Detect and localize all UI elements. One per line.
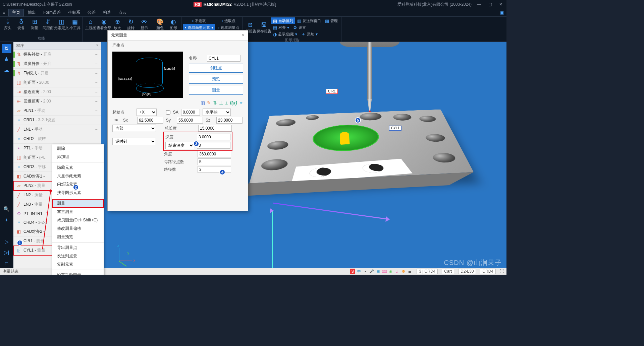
dialog-close-icon[interactable]: ×	[242, 32, 245, 38]
tree-item-CRD1[interactable]: ⌖CRD1 - 3-2-1设置	[13, 116, 101, 125]
btn-elemdef[interactable]: ◫元素定义	[55, 17, 68, 31]
btn-add[interactable]: ＋添加▾	[299, 31, 320, 38]
btn-mainview[interactable]: ⌂主视图	[84, 17, 97, 31]
btn-settings[interactable]: ⚙设置	[291, 24, 308, 31]
btn-selectpoint[interactable]: ▫选取点	[216, 17, 241, 24]
minimize-button[interactable]: —	[476, 2, 482, 7]
ctx-隐藏元素[interactable]: 隐藏元素	[52, 163, 104, 172]
status-cart[interactable]: Cart	[442, 269, 454, 274]
btn-showhide[interactable]: ◑显示/隐藏▾	[271, 31, 299, 38]
sa-input[interactable]	[181, 109, 200, 116]
ctx-修改测量偏移[interactable]: 修改测量偏移	[52, 224, 104, 233]
btn-tools[interactable]: ▦小工具	[68, 17, 81, 31]
tree-item-PLN1[interactable]: ▱PLN1 - 手动⋯	[13, 106, 101, 116]
sx-input[interactable]	[137, 117, 163, 124]
context-menu[interactable]: 删除添加组隐藏元素只显示此元素闪烁该元素搜寻图形元素测量重置测量拷贝测量(Ctr…	[52, 144, 104, 275]
menu-construct[interactable]: 构造	[100, 9, 114, 16]
btn-device[interactable]: ♁设备	[15, 17, 28, 31]
tree-item-探头补偿[interactable]: ⇅探头补偿 - 开启⋯	[13, 50, 101, 59]
btn-align[interactable]: ▤对齐▾	[271, 24, 291, 31]
status-expand-icon[interactable]: ⛶	[500, 269, 504, 274]
ctx-测量[interactable]: 测量	[52, 199, 104, 208]
measure-button[interactable]: 测量	[189, 86, 243, 95]
enddepth-input[interactable]	[197, 142, 230, 149]
ctx-复制元素[interactable]: 复制元素	[52, 260, 104, 269]
btn-zoom[interactable]: ⊕放大	[111, 17, 124, 31]
btn-probe[interactable]: ⇣探头	[1, 17, 14, 31]
ctx-只显示此元素[interactable]: 只显示此元素	[52, 172, 104, 180]
depth-input[interactable]	[197, 134, 230, 140]
tree-close-icon[interactable]: ×	[96, 43, 99, 49]
enddepth-select[interactable]: 结束深度	[165, 142, 194, 149]
tree-item-CRD2[interactable]: ⌖CRD2 - 旋转	[13, 134, 101, 144]
leftbar-tree-icon[interactable]: ⇅	[2, 44, 11, 53]
ctx-导出测量点[interactable]: 导出测量点	[52, 244, 104, 252]
start-axis-select[interactable]: +X	[137, 109, 157, 116]
plane-select[interactable]: 水平的	[203, 109, 231, 116]
leftbar-flow-icon[interactable]: ⋔	[2, 55, 11, 64]
menu-output[interactable]: 输出	[24, 9, 39, 16]
tool-icon[interactable]: ⇅	[213, 100, 217, 106]
btn-noselect[interactable]: ▫不选取	[183, 17, 215, 24]
btn-sendwin[interactable]: ▥发送到窗口	[295, 17, 323, 24]
btn-manage[interactable]: ▦管理	[323, 17, 340, 24]
menu-form[interactable]: Form误差	[40, 9, 64, 16]
btn-rotate[interactable]: ↻旋转	[124, 17, 137, 31]
btn-selectmeaspt[interactable]: ▫选取测量点	[216, 24, 241, 31]
btn-clearance[interactable]: ⇵间距面	[42, 17, 54, 31]
inner-select[interactable]: 内部	[112, 125, 156, 132]
name-input[interactable]	[207, 55, 240, 62]
btn-selectface[interactable]: ▪选取面型元素▾	[183, 24, 215, 31]
status-probe[interactable]: D2-L30	[458, 269, 476, 274]
btn-display[interactable]: 👁显示	[138, 17, 151, 31]
tool-icon[interactable]: ⚭	[239, 100, 243, 106]
menu-home[interactable]: 主页	[8, 9, 24, 16]
tool-icon[interactable]: ⊥	[219, 100, 223, 106]
eye-icon[interactable]: 👁	[112, 118, 120, 123]
hamburger-icon[interactable]: ≡	[3, 10, 5, 15]
sa-checkbox[interactable]	[166, 110, 170, 115]
sz-input[interactable]	[216, 117, 243, 124]
ctx-重置测量[interactable]: 重置测量	[52, 208, 104, 216]
leftbar-stop-icon[interactable]: □	[2, 259, 11, 268]
tool-icon[interactable]: ▥	[201, 100, 205, 106]
measure-dialog[interactable]: 元素测量 × 产生点 [Length] [Sx,Sy,Sz] [Angle] 名…	[107, 30, 248, 211]
ctx-发送到点云[interactable]: 发送到点云	[52, 252, 104, 260]
ctx-添加组[interactable]: 添加组	[52, 153, 104, 161]
btn-measure[interactable]: ⊞测量	[28, 17, 41, 31]
paths-input[interactable]	[198, 166, 231, 173]
menu-cloud[interactable]: 点云	[115, 9, 130, 16]
leftbar-cloud-icon[interactable]: ☁	[2, 65, 11, 75]
tree-item-间距面[interactable]: ⟦⟧间距面 - 20.00⋯	[13, 78, 101, 87]
status-crd[interactable]: 3 | CRD4	[417, 269, 438, 274]
menu-tol[interactable]: 公差	[84, 9, 99, 16]
btn-autoalign[interactable]: ▤自动排列	[271, 17, 295, 24]
ctx-拷贝测量(Ctrl+Shift+C)[interactable]: 拷贝测量(Ctrl+Shift+C)	[52, 216, 104, 224]
tree-item-接近距离[interactable]: ⇥接近距离 - 2.00⋯	[13, 87, 101, 97]
btn-savereport[interactable]: 🖫保存报告	[258, 17, 270, 38]
create-point-button[interactable]: 创建点	[189, 64, 243, 73]
maximize-button[interactable]: ▢	[487, 2, 493, 7]
tool-icon[interactable]: ✎	[207, 100, 211, 106]
total-input[interactable]	[198, 125, 232, 132]
leftbar-skip-icon[interactable]: ▷|	[2, 248, 11, 257]
ctx-测量预览[interactable]: 测量预览	[52, 233, 104, 241]
ime-tray[interactable]: S 中•🎤 ▦⌨ ◉♬ ⚙☰	[350, 269, 413, 274]
close-button[interactable]: ✕	[498, 2, 504, 7]
dialog-titlebar[interactable]: 元素测量 ×	[108, 30, 248, 41]
btn-color[interactable]: 🎨颜色	[154, 17, 166, 31]
dir-select[interactable]: 逆时针	[112, 138, 156, 145]
tree-item-LN1[interactable]: ╱LN1 - 手动⋯	[13, 125, 101, 134]
leftbar-search-icon[interactable]: 🔍	[2, 204, 11, 214]
ctx-搜寻图形元素[interactable]: 搜寻图形元素	[52, 189, 104, 197]
tree-item-回退距离[interactable]: ⇤回退距离 - 2.00⋯	[13, 97, 101, 106]
tree-item-温度补偿[interactable]: ⇅温度补偿 - 开启⋯	[13, 59, 101, 69]
ctx-设置手动测量[interactable]: 设置手动测量	[52, 271, 104, 275]
help-icon[interactable]: ▣	[500, 10, 504, 15]
sy-input[interactable]	[177, 117, 203, 124]
perpath-input[interactable]	[198, 158, 231, 165]
angle-input[interactable]	[198, 151, 231, 157]
preview-button[interactable]: 预览	[189, 75, 243, 84]
tree-item-Fly模式[interactable]: ↯Fly模式 - 开启⋯	[13, 69, 101, 78]
ctx-删除[interactable]: 删除	[52, 144, 104, 153]
